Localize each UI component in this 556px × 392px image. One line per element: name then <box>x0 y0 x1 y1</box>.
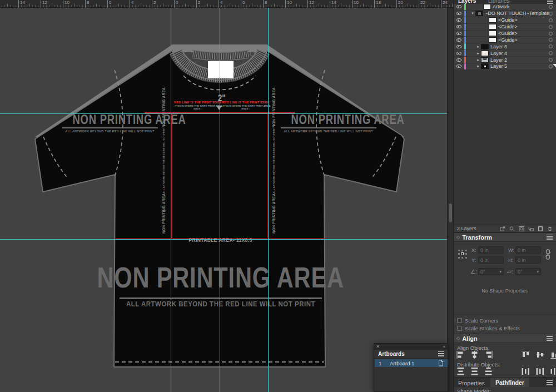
transform-collapse-icon[interactable]: ◇ <box>456 235 460 240</box>
reference-point-selector[interactable] <box>457 249 468 260</box>
tab-layers[interactable]: Layers <box>458 0 476 4</box>
tab-properties[interactable]: Properties <box>458 380 485 386</box>
collect-for-export-icon[interactable] <box>499 226 506 232</box>
layer-thumbnail[interactable] <box>483 4 491 9</box>
layer-row[interactable]: ▸Layer 2 <box>454 57 556 63</box>
artboards-titlebar[interactable]: × « <box>374 344 448 350</box>
close-panel-icon[interactable]: × <box>376 344 379 349</box>
transform-panel-header[interactable]: ◇ Transform <box>454 232 556 242</box>
visibility-eye-icon[interactable] <box>454 31 464 37</box>
layer-name[interactable]: ~DO NOT TOUCH~Template <box>485 11 549 16</box>
vertical-scrollbar-thumb[interactable] <box>449 204 452 222</box>
scale-corners-checkbox[interactable] <box>457 318 462 323</box>
layer-target-icon[interactable] <box>549 44 553 48</box>
layer-name[interactable]: <Guide> <box>498 31 549 36</box>
layer-chevron-icon[interactable]: ▸ <box>476 44 480 49</box>
guide-vertical-center[interactable] <box>220 8 220 392</box>
visibility-eye-icon[interactable] <box>454 17 464 23</box>
artboards-panel-menu-icon[interactable] <box>438 351 444 356</box>
layer-row[interactable]: ▸Layer 4 <box>454 50 556 57</box>
constrain-proportions-icon[interactable] <box>544 249 552 261</box>
layer-row[interactable]: <Guide> <box>454 17 556 24</box>
layer-name[interactable]: Layer 5 <box>490 63 549 69</box>
visibility-eye-icon[interactable] <box>454 37 464 43</box>
layer-thumbnail[interactable] <box>481 51 489 56</box>
layer-thumbnail[interactable] <box>489 24 497 29</box>
layer-row[interactable]: <Guide> <box>454 24 556 31</box>
w-field[interactable] <box>515 246 541 254</box>
layer-target-icon[interactable] <box>549 25 553 29</box>
align-panel-header[interactable]: ◇ Align <box>454 334 556 343</box>
layer-chevron-icon[interactable]: ▾ <box>470 11 475 16</box>
guide-horizontal-bottom[interactable] <box>0 239 447 240</box>
shear-angle-select[interactable]: 0° <box>515 268 541 275</box>
layer-thumbnail[interactable] <box>489 31 497 36</box>
layer-thumbnail[interactable] <box>481 63 489 69</box>
rotate-angle-select[interactable]: 0° <box>478 268 504 275</box>
pathfinder-panel-menu-icon[interactable] <box>547 380 553 385</box>
layer-name[interactable]: <Guide> <box>498 17 549 23</box>
align-right-icon[interactable] <box>483 350 494 359</box>
distribute-v-center-icon[interactable] <box>469 367 480 376</box>
layer-name[interactable]: Artwork <box>493 4 549 9</box>
y-field[interactable] <box>478 256 504 264</box>
layer-chevron-icon[interactable]: ▸ <box>476 51 480 56</box>
artboard-page-icon[interactable] <box>438 360 444 366</box>
visibility-eye-icon[interactable] <box>454 57 464 63</box>
new-layer-icon[interactable] <box>537 226 544 232</box>
align-bottom-icon[interactable] <box>549 350 556 359</box>
scale-corners-row[interactable]: Scale Corners <box>457 317 498 324</box>
layers-panel-menu-icon[interactable] <box>547 0 553 4</box>
tab-pathfinder[interactable]: Pathfinder <box>490 378 529 388</box>
layer-row[interactable]: <Guide> <box>454 31 556 37</box>
locate-object-icon[interactable] <box>509 226 515 232</box>
artboard-name[interactable]: Artboard 1 <box>390 360 438 366</box>
layer-thumbnail[interactable] <box>481 44 489 49</box>
x-field[interactable] <box>478 246 504 254</box>
h-field[interactable] <box>515 256 541 264</box>
distribute-top-icon[interactable] <box>455 367 466 376</box>
collapse-panel-icon[interactable]: « <box>443 344 445 349</box>
layer-target-icon[interactable] <box>549 32 553 36</box>
layer-row[interactable]: <Guide> <box>454 37 556 43</box>
layer-target-icon[interactable] <box>549 18 553 22</box>
layer-row[interactable]: ▾~DO NOT TOUCH~Template <box>454 11 556 17</box>
align-panel-menu-icon[interactable] <box>547 336 553 341</box>
align-left-icon[interactable] <box>455 350 466 359</box>
layer-thumbnail[interactable] <box>475 11 483 16</box>
layer-target-icon[interactable] <box>549 12 553 16</box>
distribute-right-icon[interactable] <box>549 367 556 376</box>
visibility-eye-icon[interactable] <box>454 43 464 49</box>
canvas-area[interactable]: NON PRINTING AREA ALL ARTWORK BEYOND THE… <box>0 8 447 392</box>
align-top-icon[interactable] <box>520 350 531 359</box>
tab-artboards[interactable]: Artboards <box>378 351 438 357</box>
ruler-top[interactable]: 1412108642024681012141618202224 <box>0 0 453 8</box>
guide-horizontal-top[interactable] <box>0 113 447 114</box>
artboard-row[interactable]: 1 Artboard 1 <box>375 359 448 367</box>
visibility-eye-icon[interactable] <box>454 4 464 10</box>
visibility-eye-icon[interactable] <box>454 63 464 70</box>
layer-chevron-icon[interactable]: ▸ <box>476 64 480 68</box>
layer-name[interactable]: <Guide> <box>498 37 549 43</box>
layer-target-icon[interactable] <box>549 51 553 55</box>
distribute-left-icon[interactable] <box>520 367 531 376</box>
scale-strokes-checkbox[interactable] <box>457 326 462 331</box>
align-collapse-icon[interactable]: ◇ <box>456 336 460 341</box>
tab-libraries[interactable]: Libraries <box>488 0 509 4</box>
layer-row[interactable]: ▸Layer 6 <box>454 43 556 50</box>
visibility-eye-icon[interactable] <box>454 11 464 17</box>
layer-row[interactable]: ▸Layer 5 <box>454 63 556 70</box>
transform-panel-menu-icon[interactable] <box>547 235 553 240</box>
layer-thumbnail[interactable] <box>489 17 497 23</box>
layer-thumbnail[interactable] <box>481 57 489 63</box>
layer-name[interactable]: Layer 6 <box>490 44 549 49</box>
layer-target-icon[interactable] <box>549 5 553 9</box>
layer-target-icon[interactable] <box>549 58 553 62</box>
make-mask-icon[interactable] <box>518 226 525 232</box>
layer-name[interactable]: Layer 4 <box>490 51 549 56</box>
layer-thumbnail[interactable] <box>489 37 497 43</box>
layer-chevron-icon[interactable]: ▸ <box>476 58 480 62</box>
guide-vertical-left[interactable] <box>171 8 171 392</box>
new-sublayer-icon[interactable] <box>528 226 534 232</box>
layer-row[interactable]: Artwork <box>454 4 556 11</box>
